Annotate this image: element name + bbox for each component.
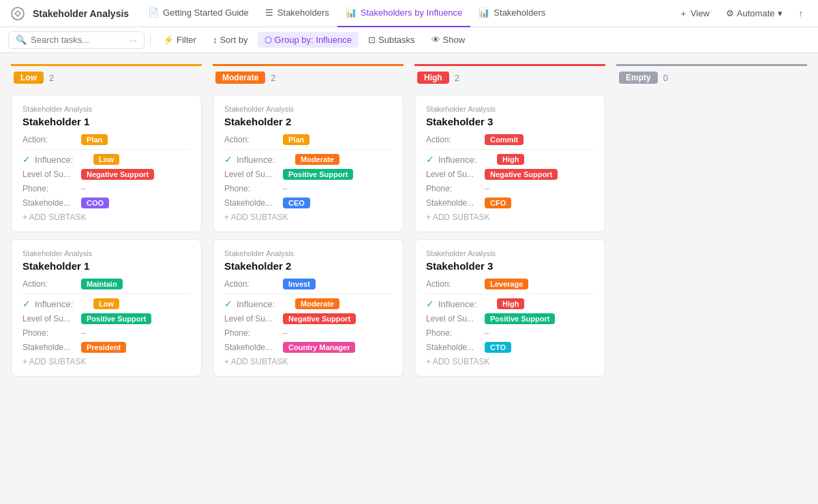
- tab-stakeholders-alt[interactable]: 📊 Stakeholders: [470, 0, 554, 27]
- more-icon: ···: [129, 35, 137, 46]
- card-action-field: Action: Commit: [426, 134, 594, 145]
- card-low-1[interactable]: Stakeholder Analysis Stakeholder 1 Actio…: [11, 239, 202, 377]
- level-badge: Positive Support: [283, 169, 353, 180]
- action-label: Action:: [224, 135, 279, 144]
- tab-label: Stakeholders by Influence: [361, 7, 463, 18]
- topbar: Stakeholder Analysis 📄 Getting Started G…: [0, 0, 818, 27]
- add-subtask-btn[interactable]: + ADD SUBTASK: [426, 357, 594, 366]
- card-influence-row: ✓ Influence: High: [426, 298, 594, 309]
- stake-badge: CFO: [485, 198, 511, 208]
- card-divider: [224, 149, 392, 150]
- automate-button[interactable]: ⚙ Automate ▾: [719, 5, 789, 21]
- action-badge: Plan: [81, 134, 108, 145]
- add-subtask-btn[interactable]: + ADD SUBTASK: [22, 357, 190, 366]
- card-phone-field: Phone: –: [426, 328, 594, 338]
- influence-label: Influence:: [35, 155, 89, 165]
- level-label: Level of Su...: [22, 170, 77, 179]
- stake-label: Stakeholde...: [224, 198, 279, 208]
- list-icon: ☰: [265, 7, 273, 18]
- action-badge: Maintain: [81, 279, 123, 289]
- card-level-field: Level of Su... Positive Support: [22, 313, 190, 324]
- card-action-field: Action: Invest: [224, 279, 392, 289]
- card-project: Stakeholder Analysis: [22, 249, 190, 257]
- level-label: Level of Su...: [426, 170, 481, 179]
- card-influence-row: ✓ Influence: Moderate: [224, 298, 392, 309]
- view-icon: ＋: [679, 7, 688, 20]
- phone-value: –: [81, 184, 86, 193]
- card-title: Stakeholder 3: [426, 116, 594, 127]
- card-level-field: Level of Su... Negative Support: [22, 169, 190, 180]
- view-button[interactable]: ＋ View: [672, 5, 716, 22]
- subtasks-button[interactable]: ⊡ Subtasks: [361, 32, 421, 48]
- card-title: Stakeholder 2: [224, 260, 392, 272]
- card-level-field: Level of Su... Positive Support: [224, 169, 392, 180]
- tab-label: Stakeholders: [494, 7, 545, 18]
- stake-label: Stakeholde...: [426, 198, 481, 208]
- search-box[interactable]: 🔍 ···: [8, 31, 145, 49]
- column-header-moderate: Moderate 2: [213, 64, 404, 89]
- card-action-field: Action: Plan: [224, 134, 392, 145]
- column-badge-high: High: [417, 72, 449, 84]
- level-label: Level of Su...: [22, 314, 77, 324]
- card-phone-field: Phone: –: [224, 328, 392, 338]
- phone-label: Phone:: [224, 328, 279, 338]
- search-input[interactable]: [31, 35, 125, 45]
- check-icon: ✓: [426, 154, 434, 165]
- level-label: Level of Su...: [224, 170, 279, 179]
- card-action-field: Action: Maintain: [22, 279, 190, 289]
- share-button[interactable]: ↑: [792, 5, 811, 21]
- check-icon: ✓: [22, 154, 31, 165]
- filter-button[interactable]: ⚡ Filter: [156, 32, 203, 48]
- stake-badge: CTO: [485, 342, 511, 353]
- tab-stakeholders-by-influence[interactable]: 📊 Stakeholders by Influence: [337, 0, 471, 27]
- sort-icon: ↕: [213, 35, 217, 45]
- toolbar: 🔍 ··· ⚡ Filter ↕ Sort by ⬡ Group by: Inf…: [0, 27, 818, 53]
- tab-stakeholders[interactable]: ☰ Stakeholders: [257, 0, 337, 27]
- add-subtask-btn[interactable]: + ADD SUBTASK: [224, 357, 392, 366]
- show-button[interactable]: 👁 Show: [425, 32, 472, 48]
- tab-getting-started[interactable]: 📄 Getting Started Guide: [140, 0, 257, 27]
- check-icon: ✓: [224, 298, 232, 309]
- phone-label: Phone:: [22, 184, 77, 193]
- card-moderate-1[interactable]: Stakeholder Analysis Stakeholder 2 Actio…: [213, 239, 404, 377]
- search-icon: 🔍: [16, 35, 27, 45]
- card-divider: [22, 149, 190, 150]
- column-badge-empty: Empty: [619, 72, 658, 84]
- group-button[interactable]: ⬡ Group by: Influence: [258, 32, 359, 48]
- card-title: Stakeholder 1: [22, 116, 190, 127]
- topbar-right: ＋ View ⚙ Automate ▾ ↑: [672, 5, 810, 22]
- card-project: Stakeholder Analysis: [426, 105, 594, 113]
- stake-badge: COO: [81, 198, 109, 208]
- card-low-0[interactable]: Stakeholder Analysis Stakeholder 1 Actio…: [11, 95, 202, 232]
- sort-button[interactable]: ↕ Sort by: [206, 32, 255, 48]
- column-empty: Empty 0: [616, 64, 807, 493]
- card-high-1[interactable]: Stakeholder Analysis Stakeholder 3 Actio…: [414, 239, 605, 377]
- card-divider: [22, 294, 190, 294]
- card-high-0[interactable]: Stakeholder Analysis Stakeholder 3 Actio…: [414, 95, 605, 232]
- card-phone-field: Phone: –: [224, 184, 392, 193]
- card-level-field: Level of Su... Negative Support: [426, 169, 594, 180]
- phone-value: –: [485, 184, 489, 193]
- svg-point-0: [12, 7, 24, 20]
- phone-value: –: [81, 328, 86, 338]
- add-subtask-btn[interactable]: + ADD SUBTASK: [426, 212, 594, 222]
- column-count-empty: 0: [663, 73, 668, 83]
- project-title: Stakeholder Analysis: [33, 8, 129, 19]
- action-badge: Leverage: [485, 279, 528, 289]
- stake-label: Stakeholde...: [224, 343, 279, 352]
- level-badge: Positive Support: [485, 313, 555, 324]
- phone-label: Phone:: [426, 184, 481, 193]
- card-action-field: Action: Leverage: [426, 279, 594, 289]
- card-project: Stakeholder Analysis: [224, 105, 392, 113]
- phone-label: Phone:: [224, 184, 279, 193]
- stake-label: Stakeholde...: [22, 343, 77, 352]
- chart-icon: 📊: [346, 7, 357, 18]
- app-icon: [8, 4, 27, 23]
- tab-label: Getting Started Guide: [163, 7, 249, 18]
- add-subtask-btn[interactable]: + ADD SUBTASK: [224, 212, 392, 222]
- card-divider: [224, 294, 392, 294]
- card-moderate-0[interactable]: Stakeholder Analysis Stakeholder 2 Actio…: [213, 95, 404, 232]
- influence-badge: High: [497, 154, 524, 165]
- card-influence-row: ✓ Influence: Moderate: [224, 154, 392, 165]
- add-subtask-btn[interactable]: + ADD SUBTASK: [22, 212, 190, 222]
